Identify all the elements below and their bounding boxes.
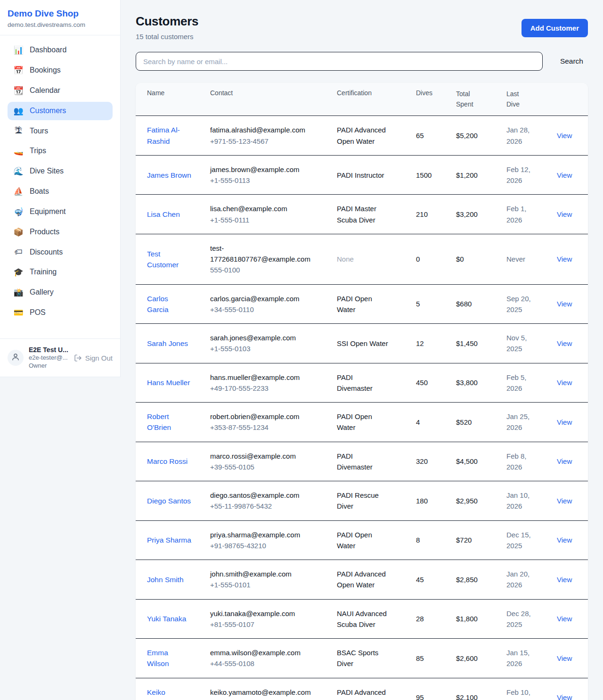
view-customer-link[interactable]: View [557, 615, 572, 623]
table-row: Emma Wilson emma.wilson@example.com +44-… [136, 639, 588, 678]
page-header: Customers 15 total customers Add Custome… [136, 14, 588, 41]
customer-name-link[interactable]: Lisa Chen [147, 210, 180, 218]
customer-name-link[interactable]: Emma Wilson [147, 649, 169, 667]
view-customer-link[interactable]: View [557, 171, 572, 179]
customer-dives: 12 [410, 324, 450, 363]
sidebar-item-calendar[interactable]: 📆 Calendar [8, 82, 113, 100]
products-icon: 📦 [13, 227, 24, 237]
customer-name-link[interactable]: John Smith [147, 576, 184, 584]
sidebar-item-training[interactable]: 🎓 Training [8, 263, 113, 281]
customer-name-link[interactable]: James Brown [147, 171, 191, 179]
view-customer-link[interactable]: View [557, 379, 572, 387]
contact-cell: marco.rossi@example.com +39-555-0105 [204, 442, 331, 481]
sign-out-icon [74, 354, 82, 362]
sidebar: Demo Dive Shop demo.test.divestreams.com… [0, 0, 121, 377]
sidebar-item-pos[interactable]: 💳 POS [8, 304, 113, 322]
sidebar-item-dashboard[interactable]: 📊 Dashboard [8, 41, 113, 59]
customer-name-link[interactable]: Marco Rossi [147, 457, 187, 465]
sidebar-item-label: Trips [30, 147, 46, 155]
customer-last-dive: Never [506, 254, 537, 264]
customer-phone: +44-555-0108 [210, 658, 317, 669]
customer-dives: 45 [410, 560, 450, 600]
customer-name-link[interactable]: Priya Sharma [147, 536, 191, 544]
customer-name-link[interactable]: Hans Mueller [147, 379, 190, 387]
view-customer-link[interactable]: View [557, 255, 572, 263]
sidebar-item-bookings[interactable]: 📅 Bookings [8, 61, 113, 80]
customer-last-dive: Feb 5, 2026 [506, 372, 537, 394]
table-row: Sarah Jones sarah.jones@example.com +1-5… [136, 324, 588, 363]
view-customer-link[interactable]: View [557, 339, 572, 347]
view-customer-link[interactable]: View [557, 300, 572, 308]
bookings-icon: 📅 [13, 66, 24, 75]
customer-name-link[interactable]: Yuki Tanaka [147, 615, 186, 623]
page-subtitle: 15 total customers [136, 33, 198, 41]
customer-email: fatima.alrashid@example.com [210, 124, 317, 135]
view-customer-link[interactable]: View [557, 536, 572, 544]
sidebar-item-products[interactable]: 📦 Products [8, 223, 113, 241]
customer-dives: 180 [410, 481, 450, 521]
customer-dives: 95 [410, 678, 450, 700]
view-customer-link[interactable]: View [557, 693, 572, 700]
add-customer-button[interactable]: Add Customer [522, 19, 588, 37]
shop-title: Demo Dive Shop [8, 8, 113, 19]
view-customer-link[interactable]: View [557, 457, 572, 465]
sidebar-item-label: Bookings [30, 66, 61, 74]
customer-name-link[interactable]: Carlos Garcia [147, 295, 169, 313]
page-title-block: Customers 15 total customers [136, 14, 198, 41]
sidebar-item-label: Calendar [30, 86, 60, 95]
customer-certification: PADI Open Water [337, 295, 372, 313]
sidebar-item-equipment[interactable]: 🤿 Equipment [8, 203, 113, 221]
customer-phone: +1-555-0111 [210, 214, 317, 225]
sidebar-item-trips[interactable]: 🚤 Trips [8, 142, 113, 160]
sign-out-label: Sign Out [85, 354, 113, 362]
sidebar-item-gallery[interactable]: 📸 Gallery [8, 283, 113, 302]
customer-total-spent: $720 [450, 520, 501, 560]
table-row: Fatima Al-Rashid fatima.alrashid@example… [136, 116, 588, 156]
customer-email: lisa.chen@example.com [210, 203, 317, 214]
boats-icon: ⛵ [13, 187, 24, 197]
customer-last-dive: Feb 10, 2026 [506, 687, 537, 700]
customer-name-link[interactable]: Sarah Jones [147, 339, 188, 347]
gallery-icon: 📸 [13, 288, 24, 297]
contact-cell: test-1772681807767@example.com 555-0100 [204, 234, 331, 284]
sidebar-item-boats[interactable]: ⛵ Boats [8, 182, 113, 201]
customer-name-link[interactable]: Keiko Yamamoto [147, 688, 182, 700]
customer-last-dive: Jan 28, 2026 [506, 124, 537, 147]
sidebar-nav: 📊 Dashboard 📅 Bookings 📆 Calendar 👥 Cust… [0, 35, 120, 338]
customer-name-link[interactable]: Diego Santos [147, 497, 191, 505]
customer-certification: PADI Instructor [337, 171, 384, 179]
sidebar-item-tours[interactable]: 🏝 Tours [8, 122, 113, 140]
customer-dives: 4 [410, 403, 450, 442]
customer-name-link[interactable]: Robert O'Brien [147, 412, 171, 431]
sign-out-button[interactable]: Sign Out [74, 354, 113, 362]
customer-name-link[interactable]: Fatima Al-Rashid [147, 126, 180, 145]
customer-total-spent: $3,800 [450, 363, 501, 403]
view-customer-link[interactable]: View [557, 576, 572, 584]
customer-total-spent: $5,200 [450, 116, 501, 156]
customer-certification: BSAC Sports Diver [337, 649, 378, 667]
customer-last-dive: Jan 10, 2026 [506, 490, 537, 512]
view-customer-link[interactable]: View [557, 210, 572, 218]
search-input[interactable] [136, 52, 543, 71]
customer-total-spent: $520 [450, 403, 501, 442]
view-customer-link[interactable]: View [557, 654, 572, 662]
table-header: Name Contact Certification Dives Total S… [136, 83, 588, 116]
sidebar-item-label: Tours [30, 127, 48, 135]
customer-total-spent: $3,200 [450, 195, 501, 234]
customer-certification: PADI Advanced Open Water [337, 688, 386, 700]
customer-dives: 5 [410, 284, 450, 324]
view-customer-link[interactable]: View [557, 132, 572, 140]
customer-name-link[interactable]: Test Customer [147, 250, 179, 269]
sidebar-item-customers[interactable]: 👥 Customers [8, 102, 113, 120]
customer-last-dive: Jan 25, 2026 [506, 411, 537, 433]
view-customer-link[interactable]: View [557, 418, 572, 426]
sidebar-item-discounts[interactable]: 🏷 Discounts [8, 243, 113, 261]
sidebar-item-dive-sites[interactable]: 🌊 Dive Sites [8, 162, 113, 181]
contact-cell: diego.santos@example.com +55-11-99876-54… [204, 481, 331, 521]
customer-certification: PADI Master Scuba Diver [337, 205, 376, 223]
contact-cell: sarah.jones@example.com +1-555-0103 [204, 324, 331, 363]
view-customer-link[interactable]: View [557, 497, 572, 505]
trips-icon: 🚤 [13, 146, 24, 156]
customer-certification: PADI Open Water [337, 531, 372, 550]
search-button[interactable]: Search [555, 53, 588, 69]
